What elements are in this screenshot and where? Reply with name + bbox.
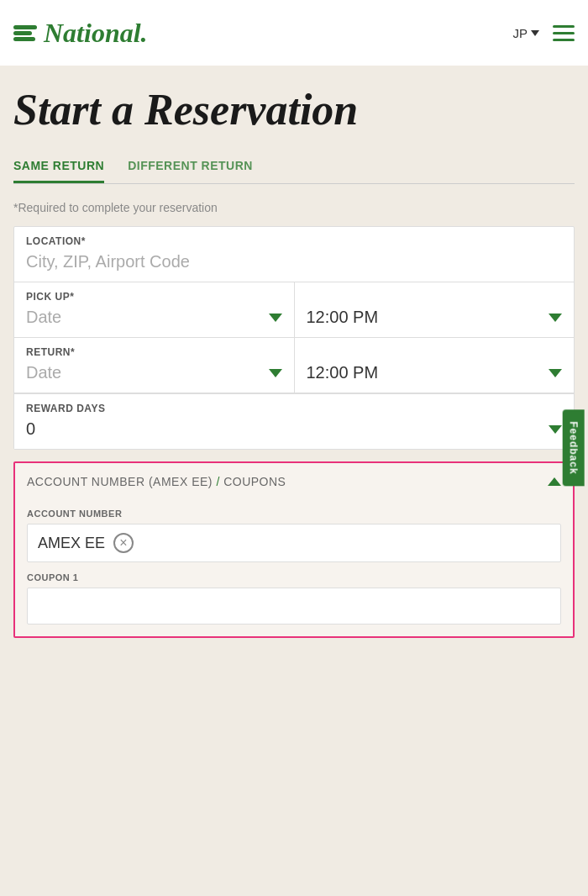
location-field-group[interactable]: LOCATION* City, ZIP, Airport Code <box>14 227 574 282</box>
return-date-value: Date <box>26 363 61 382</box>
return-time-arrow-icon <box>549 369 562 377</box>
pickup-date-value: Date <box>26 308 61 327</box>
reward-days-field[interactable]: REWARD DAYS 0 <box>14 393 574 449</box>
header: National. JP <box>0 0 588 66</box>
account-number-field[interactable]: AMEX EE <box>27 524 561 562</box>
coupon1-field[interactable] <box>27 588 561 625</box>
hamburger-menu-icon[interactable] <box>553 25 575 41</box>
chevron-up-icon <box>548 477 561 486</box>
account-section-title: ACCOUNT NUMBER (AMEX EE) / COUPONS <box>27 475 286 488</box>
pickup-time-arrow-icon <box>549 314 562 322</box>
account-number-value: AMEX EE <box>38 535 105 552</box>
form-card: LOCATION* City, ZIP, Airport Code PICK U… <box>13 226 575 450</box>
pickup-time-value: 12:00 PM <box>307 308 379 327</box>
required-text: *Required to complete your reservation <box>13 201 575 214</box>
coupon1-label: COUPON 1 <box>27 572 561 582</box>
account-section-header[interactable]: ACCOUNT NUMBER (AMEX EE) / COUPONS <box>15 463 573 498</box>
reward-days-value: 0 <box>26 419 35 439</box>
pickup-date-arrow-icon <box>269 314 282 322</box>
account-number-inner-label: ACCOUNT NUMBER <box>27 509 561 519</box>
logo-text: National. <box>44 18 148 49</box>
location-placeholder: City, ZIP, Airport Code <box>14 249 574 282</box>
amex-label: (AMEX EE) <box>149 475 213 488</box>
account-section: ACCOUNT NUMBER (AMEX EE) / COUPONS ACCOU… <box>13 461 575 638</box>
return-label: RETURN* <box>14 338 294 360</box>
reward-days-label: REWARD DAYS <box>14 394 574 416</box>
tabs-container: SAME RETURN DIFFERENT RETURN <box>13 150 575 184</box>
account-body: ACCOUNT NUMBER AMEX EE COUPON 1 <box>15 509 573 636</box>
return-date-arrow-icon <box>269 369 282 377</box>
page-content: Start a Reservation SAME RETURN DIFFEREN… <box>0 66 588 658</box>
logo-waves <box>13 25 37 41</box>
pickup-label: PICK UP* <box>14 282 294 304</box>
slash-separator: / <box>216 475 219 488</box>
coupons-label: COUPONS <box>223 475 286 488</box>
lang-dropdown-arrow-icon <box>531 30 539 36</box>
wave-line-1 <box>13 25 37 29</box>
location-label: LOCATION* <box>14 227 574 249</box>
pickup-date-field[interactable]: PICK UP* Date <box>14 282 295 337</box>
return-date-field[interactable]: RETURN* Date <box>14 338 295 393</box>
reward-days-arrow-icon <box>549 425 562 434</box>
return-field-group: RETURN* Date TIME 12:00 PM <box>14 338 574 393</box>
header-right: JP <box>512 25 575 41</box>
pickup-field-group: PICK UP* Date TIME 12:00 PM <box>14 282 574 338</box>
lang-label: JP <box>512 26 528 40</box>
return-time-value: 12:00 PM <box>307 363 379 382</box>
clear-account-button[interactable] <box>113 533 134 553</box>
pickup-time-field[interactable]: TIME 12:00 PM <box>295 282 575 337</box>
hamburger-line-3 <box>553 39 575 41</box>
hamburger-line-2 <box>553 32 575 34</box>
account-number-label: ACCOUNT NUMBER <box>27 475 145 488</box>
hamburger-line-1 <box>553 25 575 28</box>
language-selector[interactable]: JP <box>512 26 539 40</box>
wave-line-2 <box>13 31 32 35</box>
wave-line-3 <box>13 37 35 41</box>
tab-different-return[interactable]: DIFFERENT RETURN <box>128 150 253 183</box>
tab-same-return[interactable]: SAME RETURN <box>13 150 104 183</box>
return-time-field[interactable]: TIME 12:00 PM <box>295 338 575 393</box>
page-title: Start a Reservation <box>13 66 575 150</box>
logo-area: National. <box>13 18 148 49</box>
feedback-tab[interactable]: Feedback <box>562 409 584 486</box>
